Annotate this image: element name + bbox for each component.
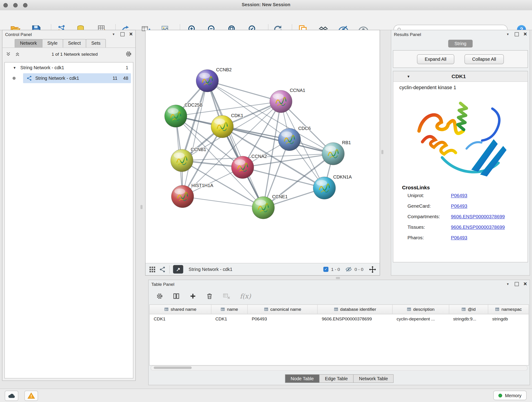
graph-node-CCNA1[interactable]: CCNA1 (270, 88, 305, 113)
warning-icon (27, 392, 35, 400)
panel-close-icon[interactable]: × (524, 32, 527, 37)
table-tabs: Node Table Edge Table Network Table (149, 374, 530, 383)
control-panel-tabs: Network Style Select Sets (15, 38, 135, 47)
table-toolbar: f(x) (149, 288, 530, 304)
crosslink-link[interactable]: P06493 (451, 232, 467, 243)
network-tree: ▼ String Network - cdk1 1 String Network… (4, 62, 133, 378)
cell-namespace[interactable]: stringdb (488, 316, 529, 321)
cell-database-identifier[interactable]: 9606.ENSP00000378699 (318, 316, 393, 321)
selected-checkbox-icon[interactable]: ✓ (323, 267, 328, 272)
cell-id[interactable]: stringdb:9... (449, 316, 488, 321)
graph-node-label: CDK1 (231, 113, 243, 118)
warning-button[interactable] (25, 390, 38, 401)
graph-node-label: CDC25B (185, 102, 203, 108)
cloud-button[interactable] (5, 390, 18, 401)
panel-close-icon[interactable]: × (129, 32, 133, 37)
scrollbar-thumb[interactable] (154, 366, 192, 369)
column-header[interactable]: canonical name (248, 305, 318, 314)
hidden-count: 0 - 0 (355, 267, 363, 272)
network-label: String Network - cdk1 (35, 76, 79, 81)
graph-node-CCNB1[interactable]: CCNB1 (171, 147, 206, 172)
panel-float-icon[interactable] (515, 282, 519, 286)
panel-float-icon[interactable] (120, 32, 125, 36)
table-row[interactable]: CDK1 CDK1 P06493 9606.ENSP00000378699 cy… (150, 314, 529, 323)
collapse-all-button[interactable]: Collapse All (464, 54, 504, 64)
cell-canonical-name[interactable]: P06493 (248, 316, 318, 321)
crosslink-link[interactable]: P06493 (451, 201, 467, 211)
gear-icon[interactable] (156, 293, 163, 300)
graph-node-HIST1H1A[interactable]: HIST1H1A (171, 183, 214, 208)
pan-move-icon[interactable] (369, 266, 376, 273)
panel-close-icon[interactable]: × (524, 282, 527, 287)
crosslink-link[interactable]: P06493 (451, 191, 467, 201)
gear-icon[interactable] (125, 51, 132, 57)
tab-node-table[interactable]: Node Table (285, 374, 319, 383)
column-header[interactable]: @id (449, 305, 488, 314)
vertical-splitter-handle[interactable] (140, 205, 143, 209)
panel-menu-caret-icon[interactable]: ▼ (506, 32, 509, 36)
network-edge-count: 48 (123, 76, 128, 81)
cell-name[interactable]: CDK1 (211, 316, 248, 321)
network-canvas[interactable]: CCNB2CCNA1CDC25BCDK1CDC6RB1CCNB1CCNA2CDK… (146, 30, 380, 263)
horizontal-scrollbar[interactable] (151, 366, 528, 370)
panel-menu-caret-icon[interactable]: ▼ (112, 32, 115, 36)
graph-edge[interactable] (183, 81, 207, 196)
graph-node-CCNB2[interactable]: CCNB2 (196, 67, 232, 92)
graph-node-RB1[interactable]: RB1 (322, 140, 351, 165)
tree-expand-caret-icon[interactable]: ▼ (13, 66, 16, 70)
collapse-all-chevron-icon[interactable] (15, 51, 20, 56)
collapse-caret-icon[interactable]: ▼ (407, 75, 410, 78)
tab-sets[interactable]: Sets (86, 39, 106, 47)
panel-menu-caret-icon[interactable]: ▼ (506, 282, 509, 286)
graph-node-label: CCNB1 (191, 147, 206, 152)
graph-node-CDK1[interactable]: CDK1 (211, 113, 243, 138)
memory-button[interactable]: Memory (494, 390, 527, 400)
grid-view-icon[interactable] (149, 266, 156, 273)
tab-network-table[interactable]: Network Table (353, 374, 394, 383)
graph-node-CDKN1A[interactable]: CDKN1A (313, 174, 352, 199)
graph-edge[interactable] (222, 127, 333, 153)
function-builder-icon[interactable]: f(x) (240, 292, 251, 300)
network-graph[interactable]: CCNB2CCNA1CDC25BCDK1CDC6RB1CCNB1CCNA2CDK… (146, 30, 380, 263)
graph-node-CCNE1[interactable]: CCNE1 (252, 194, 288, 219)
cell-description[interactable]: cyclin-dependent ... (393, 316, 449, 321)
add-column-plus-icon[interactable] (189, 293, 196, 300)
column-header[interactable]: namespac (488, 305, 529, 314)
column-header[interactable]: database identifier (318, 305, 393, 314)
graph-edge[interactable] (183, 196, 263, 208)
crosslink-label: Pharos: (408, 232, 451, 243)
panel-float-icon[interactable] (515, 32, 519, 36)
vertical-splitter-handle[interactable] (381, 150, 383, 154)
column-header[interactable]: shared name (150, 305, 211, 314)
network-collection-row[interactable]: ▼ String Network - cdk1 1 (5, 62, 133, 73)
horizontal-splitter-handle[interactable] (336, 277, 340, 279)
crosslink-link[interactable]: 9606.ENSP00000378699 (451, 222, 505, 232)
tab-network[interactable]: Network (15, 39, 42, 47)
graph-edge[interactable] (207, 81, 263, 208)
table-panel-header: Table Panel ▼ × (149, 280, 530, 288)
table-header-row: shared name name canonical name database… (150, 305, 529, 314)
tab-edge-table[interactable]: Edge Table (319, 374, 354, 383)
network-row-selected[interactable]: String Network - cdk1 11 48 (5, 73, 133, 83)
expand-all-chevron-icon[interactable] (6, 51, 11, 56)
expand-all-button[interactable]: Expand All (417, 54, 454, 64)
crosslink-row: Tissues: 9606.ENSP00000378699 (393, 222, 527, 232)
control-panel: Control Panel ▼ × Network Style Select S… (2, 30, 136, 381)
current-network-dot-icon (13, 77, 16, 80)
tab-style[interactable]: Style (42, 39, 63, 47)
cell-shared-name[interactable]: CDK1 (150, 316, 211, 321)
hidden-eye-slash-icon (345, 266, 352, 273)
column-header[interactable]: name (211, 305, 248, 314)
column-header[interactable]: description (393, 305, 449, 314)
tab-string[interactable]: String (448, 40, 473, 47)
toolbar-separator (169, 265, 170, 274)
birdseye-view-button[interactable]: ↗ (173, 265, 183, 274)
network-share-small-icon[interactable] (159, 266, 166, 273)
crosslink-link[interactable]: 9606.ENSP00000378699 (451, 211, 505, 222)
tab-select[interactable]: Select (63, 39, 86, 47)
delete-column-trash-icon[interactable] (206, 293, 213, 300)
gene-section-header[interactable]: ▼ CDK1 (393, 71, 527, 82)
show-columns-icon[interactable] (173, 293, 180, 300)
graph-edge[interactable] (207, 81, 281, 101)
network-selection-row: 1 of 1 Network selected (2, 47, 135, 60)
